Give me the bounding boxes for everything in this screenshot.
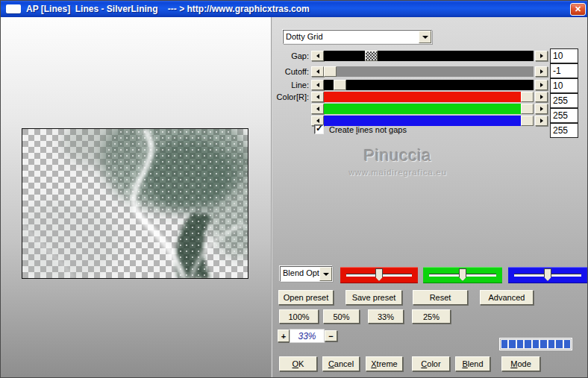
line-value-field[interactable]: 10	[550, 78, 578, 93]
color-green-slider-thumb[interactable]	[521, 104, 534, 114]
color-blue-value-field[interactable]: 255	[550, 123, 578, 138]
zoom-in-button[interactable]: +	[278, 330, 290, 342]
create-lines-checkbox[interactable]: ✓	[314, 125, 324, 134]
progress-segment	[533, 340, 539, 348]
preview-artwork	[22, 129, 248, 278]
cutoff-slider-row: Cutoff:	[275, 66, 547, 78]
gap-label: Gap:	[275, 51, 309, 60]
window-icon	[6, 4, 21, 13]
line-slider-track[interactable]	[324, 80, 534, 90]
progress-bar	[499, 338, 572, 350]
line-label: Line:	[275, 81, 309, 89]
gap-slider-row: Gap:	[275, 51, 547, 62]
xtreme-button[interactable]: Xtreme	[366, 356, 403, 371]
blue-mix-slider[interactable]	[508, 267, 587, 283]
progress-segment	[509, 340, 515, 348]
color-green-increment-button[interactable]	[535, 104, 548, 114]
create-lines-checkbox-label: Create lines not gaps	[329, 125, 407, 134]
line-decrement-button[interactable]	[311, 80, 324, 90]
blend-button[interactable]: Blend	[455, 356, 490, 371]
cutoff-value-field[interactable]: -1	[550, 63, 578, 78]
gap-slider-thumb[interactable]	[365, 51, 378, 61]
arrow-left-icon	[316, 83, 319, 87]
arrow-left-icon	[316, 69, 319, 74]
color-green-decrement-button[interactable]	[311, 104, 324, 114]
check-icon: ✓	[316, 123, 323, 133]
zoom-25-button[interactable]: 25%	[412, 309, 451, 324]
color-green-value-field[interactable]: 255	[550, 108, 578, 123]
arrow-right-icon	[540, 119, 543, 123]
gap-slider-track[interactable]	[324, 51, 534, 61]
cutoff-decrement-button[interactable]	[311, 66, 324, 77]
red-mix-slider[interactable]	[340, 267, 418, 283]
color-green-slider-row	[275, 104, 547, 115]
progress-segment	[517, 340, 523, 348]
arrow-right-icon	[540, 83, 543, 87]
line-slider-thumb[interactable]	[334, 80, 346, 90]
filter-select[interactable]: Dotty Grid	[283, 30, 432, 44]
chevron-down-icon	[422, 36, 428, 39]
arrow-left-icon	[316, 54, 319, 58]
progress-segment	[525, 340, 531, 348]
progress-segment	[540, 340, 546, 348]
filter-select-value: Dotty Grid	[284, 31, 419, 43]
preview-image[interactable]	[22, 128, 248, 279]
zoom-out-button[interactable]: −	[325, 330, 337, 341]
title-bar[interactable]: AP [Lines] Lines - SilverLining --- > ht…	[1, 1, 588, 17]
mode-button[interactable]: Mode	[501, 356, 540, 371]
color-red-label: Color[R]:	[275, 92, 309, 101]
filter-select-dropdown-button[interactable]	[419, 31, 431, 43]
color-red-slider-thumb[interactable]	[521, 92, 534, 102]
arrow-right-icon	[540, 107, 543, 111]
cutoff-slider-track[interactable]	[324, 66, 534, 77]
zoom-33-button[interactable]: 33%	[368, 309, 404, 324]
zoom-50-button[interactable]: 50%	[323, 309, 360, 324]
line-increment-button[interactable]	[535, 80, 548, 90]
cutoff-label: Cutoff:	[275, 67, 309, 76]
blend-options-value: Blend Opti	[281, 267, 319, 281]
gap-decrement-button[interactable]	[311, 51, 324, 61]
color-blue-increment-button[interactable]	[535, 116, 548, 126]
arrow-left-icon	[316, 107, 319, 111]
color-green-slider-track[interactable]	[324, 104, 534, 114]
color-red-decrement-button[interactable]	[311, 92, 324, 102]
create-lines-checkbox-row[interactable]: ✓ Create lines not gaps	[314, 125, 407, 134]
blue-mix-thumb[interactable]	[544, 268, 551, 281]
cutoff-slider-thumb[interactable]	[324, 66, 337, 77]
progress-segment	[556, 340, 562, 348]
color-red-increment-button[interactable]	[535, 92, 548, 102]
green-mix-slider[interactable]	[423, 267, 502, 283]
line-slider-row: Line:	[275, 80, 547, 91]
color-red-slider-row: Color[R]:	[275, 92, 547, 103]
open-preset-button[interactable]: Open preset	[278, 290, 334, 305]
arrow-right-icon	[540, 69, 543, 74]
cutoff-increment-button[interactable]	[535, 66, 548, 77]
close-button[interactable]: ✕	[570, 3, 586, 16]
ok-button[interactable]: OK	[279, 356, 317, 371]
window-title: AP [Lines] Lines - SilverLining --- > ht…	[26, 1, 310, 17]
zoom-100-button[interactable]: 100%	[279, 309, 319, 324]
arrow-right-icon	[540, 54, 543, 58]
gap-value-field[interactable]: 10	[550, 48, 578, 63]
progress-segment	[501, 340, 507, 348]
arrow-left-icon	[316, 95, 319, 99]
progress-segment	[564, 340, 570, 348]
red-mix-thumb[interactable]	[375, 268, 383, 281]
chevron-down-icon	[323, 273, 329, 276]
blend-options-dropdown-button[interactable]	[319, 267, 332, 281]
save-preset-button[interactable]: Save preset	[345, 290, 402, 305]
color-red-value-field[interactable]: 255	[550, 93, 578, 108]
color-red-slider-track[interactable]	[324, 92, 534, 102]
gap-increment-button[interactable]	[535, 51, 548, 61]
plugin-dialog-window: AP [Lines] Lines - SilverLining --- > ht…	[0, 0, 588, 378]
arrow-right-icon	[540, 95, 543, 99]
color-blue-slider-thumb[interactable]	[521, 116, 534, 126]
zoom-level-field[interactable]: 33%	[290, 329, 325, 343]
advanced-button[interactable]: Advanced	[480, 290, 534, 305]
reset-button[interactable]: Reset	[413, 290, 468, 305]
blend-options-select[interactable]: Blend Opti	[280, 266, 333, 282]
cancel-button[interactable]: Cancel	[322, 356, 360, 371]
color-button[interactable]: Color	[412, 356, 450, 371]
progress-segment	[548, 340, 554, 348]
green-mix-thumb[interactable]	[459, 268, 466, 281]
